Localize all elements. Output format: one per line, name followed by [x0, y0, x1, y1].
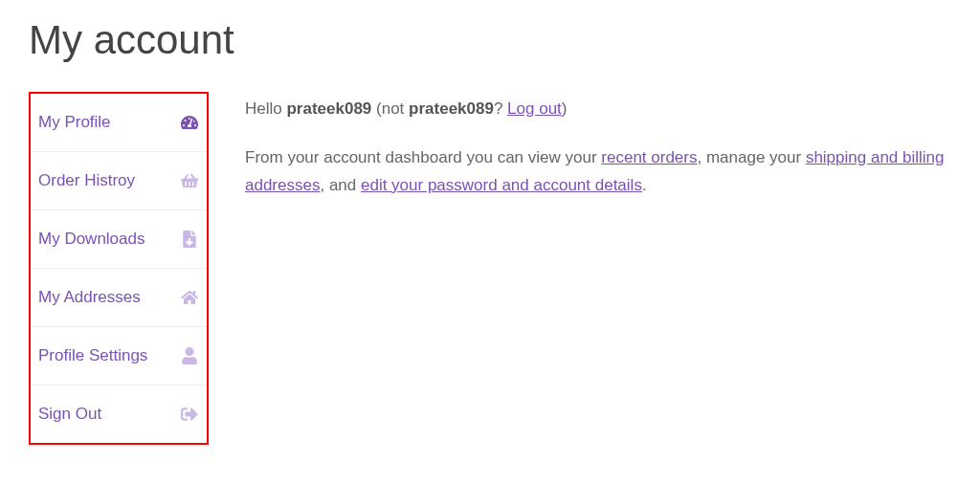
sidebar-item-label: My Downloads: [38, 230, 145, 249]
desc-part3: , and: [320, 176, 361, 194]
username: prateek089: [286, 99, 371, 118]
not-username: prateek089: [409, 99, 494, 118]
sidebar-item-label: Order Histroy: [38, 171, 135, 190]
sidebar-item-profile-settings[interactable]: Profile Settings: [31, 327, 207, 385]
logout-link[interactable]: Log out: [507, 99, 562, 118]
edit-account-link[interactable]: edit your password and account details: [361, 176, 642, 194]
signout-icon: [180, 405, 199, 424]
sidebar-item-sign-out[interactable]: Sign Out: [31, 385, 207, 443]
recent-orders-link[interactable]: recent orders: [601, 148, 697, 166]
sidebar-item-label: Sign Out: [38, 405, 101, 424]
greeting-text: Hello prateek089 (not prateek089? Log ou…: [245, 96, 951, 123]
sidebar-item-my-profile[interactable]: My Profile: [31, 94, 207, 152]
not-prefix: (not: [371, 99, 409, 118]
basket-icon: [180, 171, 199, 190]
sidebar-item-my-addresses[interactable]: My Addresses: [31, 269, 207, 327]
account-dashboard-content: Hello prateek089 (not prateek089? Log ou…: [245, 92, 951, 445]
page-title: My account: [29, 17, 951, 63]
not-suffix: ?: [494, 99, 507, 118]
sidebar-item-label: My Addresses: [38, 288, 141, 307]
sidebar-item-label: Profile Settings: [38, 346, 147, 365]
desc-part1: From your account dashboard you can view…: [245, 148, 601, 166]
dashboard-icon: [180, 113, 199, 132]
account-sidebar: My Profile Order Histroy My Downloads My…: [29, 92, 209, 445]
file-icon: [180, 230, 199, 249]
sidebar-item-my-downloads[interactable]: My Downloads: [31, 210, 207, 269]
dashboard-description: From your account dashboard you can view…: [245, 144, 951, 200]
sidebar-item-order-history[interactable]: Order Histroy: [31, 152, 207, 210]
sidebar-item-label: My Profile: [38, 113, 111, 132]
user-icon: [180, 346, 199, 365]
greeting-closing: ): [562, 99, 568, 118]
desc-part2: , manage your: [697, 148, 805, 166]
greeting-hello: Hello: [245, 99, 286, 118]
desc-part4: .: [642, 176, 647, 194]
home-icon: [180, 288, 199, 307]
